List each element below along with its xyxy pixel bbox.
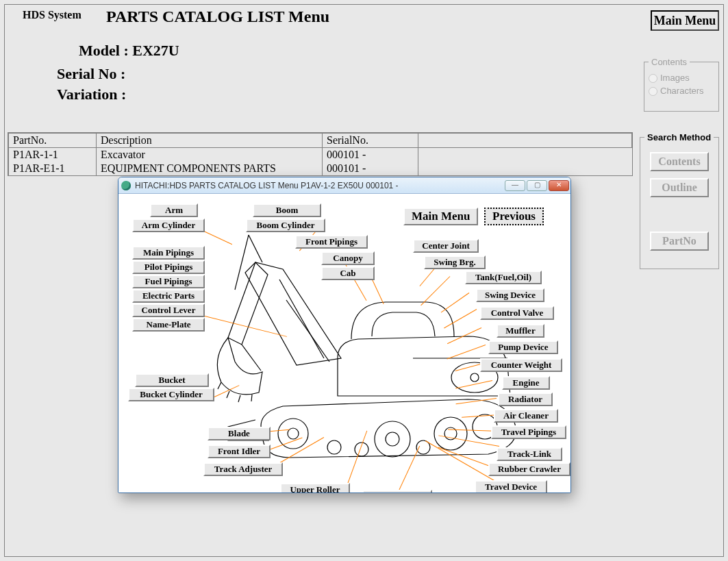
popup-titlebar[interactable]: HITACHI:HDS PARTS CATALOG LIST Menu P1AV…	[118, 177, 570, 194]
part-main-pipings-button[interactable]: Main Pipings	[132, 246, 205, 260]
part-upper-roller-button[interactable]: Upper Roller	[280, 483, 350, 493]
serial-line: Serial No :	[57, 65, 125, 83]
part-boom-button[interactable]: Boom	[253, 203, 321, 217]
part-radiator-button[interactable]: Radiator	[498, 392, 553, 406]
part-swing-device-button[interactable]: Swing Device	[476, 288, 544, 302]
part-engine-button[interactable]: Engine	[502, 376, 550, 390]
part-center-joint-button[interactable]: Center Joint	[413, 239, 479, 253]
search-method-fieldset: Search Method Contents Outline PartNo	[640, 132, 719, 269]
model-label: Model :	[79, 42, 129, 59]
characters-radio[interactable]	[649, 87, 657, 96]
cell-description: EQUIPMENT COMPONENTS PARTS	[97, 162, 323, 175]
part-bucket-cylinder-button[interactable]: Bucket Cylinder	[128, 388, 214, 401]
close-icon[interactable]: ✕	[549, 180, 569, 191]
diagram-canvas: Main Menu Previous	[118, 194, 570, 493]
col-description[interactable]: Description	[97, 134, 323, 148]
images-radio[interactable]	[649, 74, 657, 83]
cell-partno: P1AR-1-1	[9, 148, 97, 162]
part-tank-button[interactable]: Tank(Fuel,Oil)	[465, 271, 542, 284]
parts-table: PartNo. Description SerialNo. P1AR-1-1 E…	[8, 133, 632, 175]
app-icon	[121, 181, 131, 190]
characters-radio-label: Characters	[660, 86, 704, 96]
cell-blank	[418, 162, 632, 175]
cell-partno: P1AR-E1-1	[9, 162, 97, 175]
part-front-idler-button[interactable]: Front Idler	[208, 445, 271, 458]
images-radio-label: Images	[660, 73, 690, 83]
page-title: PARTS CATALOG LIST Menu	[106, 8, 329, 26]
part-muffler-button[interactable]: Muffler	[497, 324, 544, 338]
model-line: Model : EX27U	[79, 42, 179, 60]
part-boom-cylinder-button[interactable]: Boom Cylinder	[246, 219, 325, 232]
svg-line-13	[249, 235, 262, 262]
part-lower-roller-button[interactable]: Lower Roller	[362, 490, 432, 493]
outline-button[interactable]: Outline	[650, 178, 709, 197]
diagram-popup: HITACHI:HDS PARTS CATALOG LIST Menu P1AV…	[118, 177, 571, 493]
variation-label: Variation :	[57, 86, 126, 103]
part-arm-button[interactable]: Arm	[150, 203, 198, 217]
col-blank	[418, 134, 632, 148]
popup-title: HITACHI:HDS PARTS CATALOG LIST Menu P1AV…	[135, 181, 399, 190]
svg-line-14	[235, 235, 249, 290]
part-cab-button[interactable]: Cab	[321, 266, 375, 280]
part-front-pipings-button[interactable]: Front Pipings	[295, 235, 368, 249]
cell-serialno: 000101 -	[323, 148, 418, 162]
part-control-valve-button[interactable]: Control Valve	[480, 306, 554, 320]
main-menu-button[interactable]: Main Menu	[651, 10, 719, 31]
contents-legend: Contents	[649, 57, 690, 67]
col-partno[interactable]: PartNo.	[9, 134, 97, 148]
part-fuel-pipings-button[interactable]: Fuel Pipings	[132, 275, 205, 288]
cell-description: Excavator	[97, 148, 323, 162]
svg-point-7	[327, 440, 341, 454]
part-track-link-button[interactable]: Track-Link	[497, 447, 562, 461]
svg-point-11	[470, 373, 479, 382]
svg-point-4	[434, 417, 467, 450]
part-rubber-crawler-button[interactable]: Rubber Crawler	[488, 462, 570, 476]
cell-serialno: 000101 -	[323, 162, 418, 175]
partno-button[interactable]: PartNo	[650, 232, 709, 251]
cell-blank	[418, 148, 632, 162]
part-swing-brg-button[interactable]: Swing Brg.	[424, 255, 486, 269]
part-pump-device-button[interactable]: Pump Device	[488, 340, 558, 354]
part-travel-device-button[interactable]: Travel Device	[475, 480, 547, 493]
part-travel-pipings-button[interactable]: Travel Pipings	[491, 425, 566, 439]
parts-table-area: PartNo. Description SerialNo. P1AR-1-1 E…	[8, 132, 633, 176]
variation-line: Variation :	[57, 86, 126, 103]
part-name-plate-button[interactable]: Name-Plate	[132, 318, 205, 332]
hds-system-label: HDS System	[23, 9, 81, 21]
svg-line-15	[242, 345, 261, 371]
minimize-icon[interactable]: —	[505, 180, 525, 191]
svg-point-3	[386, 432, 399, 446]
part-air-cleaner-button[interactable]: Air Cleaner	[494, 409, 558, 423]
part-electric-parts-button[interactable]: Electric Parts	[132, 289, 205, 303]
maximize-icon[interactable]: ▢	[527, 180, 547, 191]
part-counter-weight-button[interactable]: Counter Weight	[480, 358, 562, 372]
search-method-legend: Search Method	[644, 132, 714, 142]
part-canopy-button[interactable]: Canopy	[321, 251, 375, 265]
svg-point-2	[375, 421, 410, 457]
serial-label: Serial No :	[57, 65, 125, 82]
col-serialno[interactable]: SerialNo.	[323, 134, 418, 148]
part-control-lever-button[interactable]: Control Lever	[132, 303, 205, 317]
model-value: EX27U	[132, 42, 179, 59]
contents-fieldset: Contents Images Characters	[644, 57, 719, 112]
part-pilot-pipings-button[interactable]: Pilot Pipings	[132, 260, 205, 274]
part-arm-cylinder-button[interactable]: Arm Cylinder	[132, 219, 205, 232]
part-track-adjuster-button[interactable]: Track Adjuster	[203, 462, 283, 476]
part-blade-button[interactable]: Blade	[208, 427, 271, 440]
table-row[interactable]: P1AR-E1-1 EQUIPMENT COMPONENTS PARTS 000…	[9, 162, 632, 175]
part-bucket-button[interactable]: Bucket	[135, 373, 209, 387]
table-row[interactable]: P1AR-1-1 Excavator 000101 -	[9, 148, 632, 162]
contents-button[interactable]: Contents	[650, 152, 709, 171]
